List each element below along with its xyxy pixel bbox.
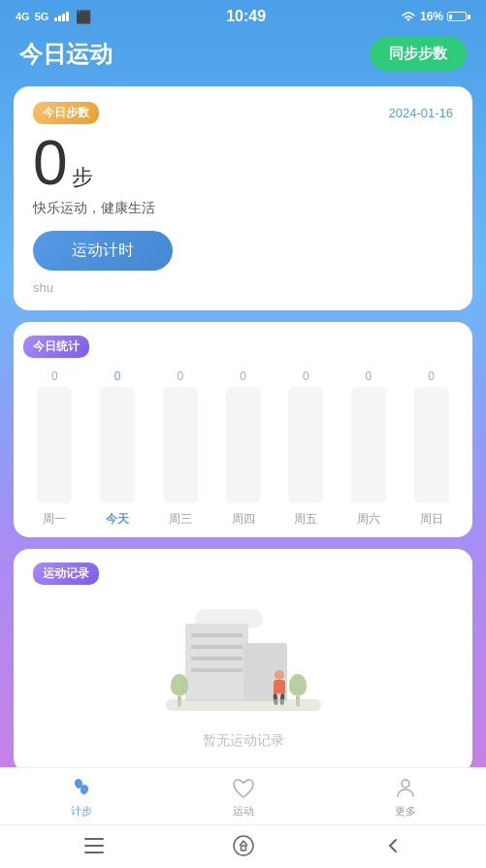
nav-item-exercise[interactable]: 运动 <box>162 776 324 819</box>
chart-column: 0周六 <box>338 370 401 528</box>
system-nav-bar <box>0 824 486 868</box>
stats-badge: 今日统计 <box>23 336 89 358</box>
steps-card: 今日步数 2024-01-16 0 步 快乐运动，健康生活 运动计时 shu <box>14 86 472 310</box>
nav-item-steps[interactable]: 计步 <box>0 776 162 819</box>
chart-column: 0周三 <box>148 370 211 528</box>
chart-column: 0周一 <box>23 370 86 528</box>
chart-value: 0 <box>240 370 246 383</box>
status-bar: 4G 5G ⬛ 10:49 16% <box>0 0 486 29</box>
chart-value: 0 <box>114 370 121 383</box>
chart-bar-container <box>414 387 449 503</box>
chart-bar-container <box>163 387 198 503</box>
steps-display: 0 步 <box>33 132 453 194</box>
chart-bar-container <box>288 387 323 503</box>
svg-point-2 <box>402 780 409 788</box>
svg-rect-7 <box>241 846 245 851</box>
nav-label-more: 更多 <box>395 804 416 819</box>
battery-percent: 16% <box>420 10 443 23</box>
bottom-nav: 计步 运动 更多 <box>0 767 486 868</box>
nav-label-exercise: 运动 <box>233 804 254 819</box>
chart-bar-container <box>226 387 261 503</box>
records-badge: 运动记录 <box>33 563 99 585</box>
heart-icon <box>231 776 256 801</box>
steps-number: 0 <box>33 132 68 194</box>
chart-column: 0周四 <box>211 370 275 528</box>
status-icons: ⬛ <box>76 10 91 24</box>
steps-badge: 今日步数 <box>33 102 99 124</box>
back-icon[interactable] <box>381 834 405 857</box>
chart-label: 周五 <box>294 511 317 528</box>
chart-column: 0周五 <box>275 370 338 528</box>
home-icon[interactable] <box>231 833 256 858</box>
stats-card: 今日统计 0周一0今天0周三0周四0周五0周六0周日 <box>14 322 472 537</box>
chart-label: 周日 <box>420 511 443 528</box>
records-card: 运动记录 暂无运动记录 <box>14 549 472 773</box>
timer-button[interactable]: 运动计时 <box>33 231 173 271</box>
wifi-icon <box>401 11 416 22</box>
clock: 10:49 <box>226 8 266 25</box>
ground-shape <box>166 699 321 711</box>
battery-icon <box>447 12 470 21</box>
steps-slogan: 快乐运动，健康生活 <box>33 200 453 217</box>
chart-column: 0周日 <box>400 370 463 528</box>
status-right: 16% <box>401 10 470 23</box>
chart-label: 周一 <box>43 511 66 528</box>
chart-bar-container <box>351 387 386 503</box>
page-header: 今日运动 同步步数 <box>0 29 486 86</box>
empty-state: 暂无运动记录 <box>33 585 453 759</box>
nav-label-steps: 计步 <box>71 804 92 819</box>
steps-date: 2024-01-16 <box>389 106 454 120</box>
chart-label: 周三 <box>169 511 192 528</box>
nav-item-more[interactable]: 更多 <box>324 776 486 819</box>
chart-value: 0 <box>366 370 373 383</box>
chart-value: 0 <box>51 370 58 383</box>
person-icon <box>393 776 418 801</box>
chart-bar-container <box>100 387 135 503</box>
svg-rect-4 <box>84 845 104 847</box>
stats-badge-container: 今日统计 <box>23 336 463 358</box>
chart-value: 0 <box>177 370 183 383</box>
page-title: 今日运动 <box>19 39 113 70</box>
chart-value: 0 <box>303 370 309 383</box>
svg-rect-3 <box>84 838 104 840</box>
signal-bars <box>54 12 69 21</box>
nav-items: 计步 运动 更多 <box>0 768 486 824</box>
chart-label: 周六 <box>357 511 380 528</box>
signal-4g: 4G <box>16 11 30 22</box>
building-1 <box>185 624 248 701</box>
chart-bar-container <box>37 387 72 503</box>
footstep-icon <box>69 776 94 801</box>
steps-unit: 步 <box>72 163 93 192</box>
status-left: 4G 5G ⬛ <box>16 10 91 24</box>
steps-card-header: 今日步数 2024-01-16 <box>33 102 453 124</box>
chart-column: 0今天 <box>86 370 149 528</box>
chart-label: 周四 <box>232 511 255 528</box>
svg-rect-5 <box>84 852 104 853</box>
extra-text: shu <box>33 280 453 295</box>
chart-label: 今天 <box>106 511 129 528</box>
empty-text: 暂无运动记录 <box>203 732 284 750</box>
signal-5g: 5G <box>35 11 49 22</box>
chart-value: 0 <box>428 370 435 383</box>
menu-icon[interactable] <box>82 837 106 854</box>
sync-button[interactable]: 同步步数 <box>370 37 467 71</box>
empty-illustration <box>166 604 321 721</box>
stats-chart: 0周一0今天0周三0周四0周五0周六0周日 <box>23 370 463 528</box>
records-badge-container: 运动记录 <box>33 563 453 585</box>
